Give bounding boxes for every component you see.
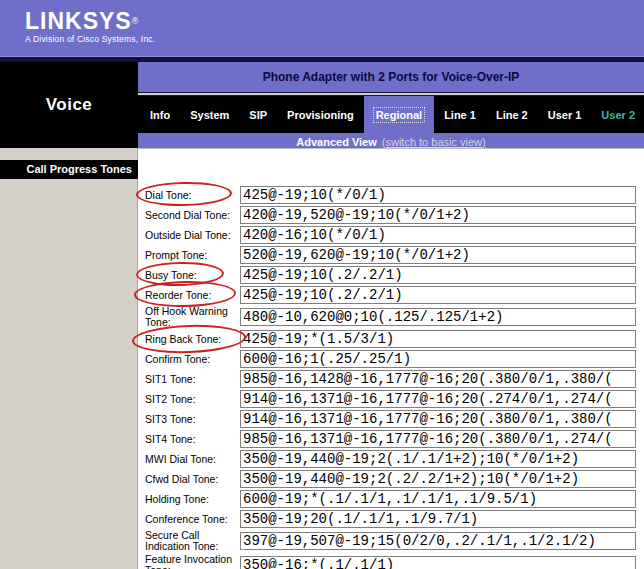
secure-call-indication-tone-input[interactable] bbox=[240, 532, 636, 550]
tone-label: Outside Dial Tone: bbox=[145, 230, 240, 241]
conference-tone-input[interactable] bbox=[240, 510, 636, 528]
feature-invocation-tone-input[interactable] bbox=[240, 556, 636, 569]
tone-row-conference: Conference Tone: bbox=[145, 509, 644, 529]
tab-info[interactable]: Info bbox=[140, 96, 180, 133]
tone-row-reorder: Reorder Tone: bbox=[145, 285, 644, 305]
tone-row-confirm: Confirm Tone: bbox=[145, 349, 644, 369]
tab-system[interactable]: System bbox=[180, 96, 239, 133]
tone-row-prompt: Prompt Tone: bbox=[145, 245, 644, 265]
sit3-tone-input[interactable] bbox=[240, 410, 636, 428]
tone-row-ring-back: Ring Back Tone: bbox=[145, 329, 644, 349]
tone-label: Cfwd Dial Tone: bbox=[145, 474, 240, 485]
tone-label: SIT4 Tone: bbox=[145, 434, 240, 445]
tone-row-second-dial: Second Dial Tone: bbox=[145, 205, 644, 225]
prompt-tone-input[interactable] bbox=[240, 246, 636, 264]
tone-row-secure-call-indication: Secure Call Indication Tone: bbox=[145, 529, 644, 553]
tone-label: Off Hook Warning Tone: bbox=[145, 306, 240, 328]
top-banner: LINKSYS® A Division of Cisco Systems, In… bbox=[0, 0, 644, 57]
call-progress-tones-header: Call Progress Tones bbox=[0, 160, 138, 179]
sit2-tone-input[interactable] bbox=[240, 390, 636, 408]
tone-label: Conference Tone: bbox=[145, 514, 240, 525]
tone-row-holding: Holding Tone: bbox=[145, 489, 644, 509]
tone-row-off-hook-warning: Off Hook Warning Tone: bbox=[145, 305, 644, 329]
registered-mark: ® bbox=[132, 16, 140, 26]
voice-section-label: Voice bbox=[46, 95, 93, 115]
tab-user-1[interactable]: User 1 bbox=[538, 96, 592, 133]
tab-sip[interactable]: SIP bbox=[239, 96, 277, 133]
sit1-tone-input[interactable] bbox=[240, 370, 636, 388]
tone-row-cfwd-dial: Cfwd Dial Tone: bbox=[145, 469, 644, 489]
linksys-logo: LINKSYS® A Division of Cisco Systems, In… bbox=[25, 9, 155, 44]
tone-row-sit3: SIT3 Tone: bbox=[145, 409, 644, 429]
sit4-tone-input[interactable] bbox=[240, 430, 636, 448]
voice-section-box: Voice bbox=[0, 62, 138, 148]
tone-label: SIT2 Tone: bbox=[145, 394, 240, 405]
tone-row-dial: Dial Tone: bbox=[145, 185, 644, 205]
advanced-view-label: Advanced View bbox=[296, 136, 377, 148]
tone-row-sit4: SIT4 Tone: bbox=[145, 429, 644, 449]
off-hook-warning-tone-input[interactable] bbox=[240, 308, 636, 326]
tone-label: SIT1 Tone: bbox=[145, 374, 240, 385]
tone-table: Dial Tone: Second Dial Tone: Outside Dia… bbox=[145, 185, 644, 569]
tone-label: Secure Call Indication Tone: bbox=[145, 530, 240, 552]
tone-row-outside-dial: Outside Dial Tone: bbox=[145, 225, 644, 245]
tone-label: Confirm Tone: bbox=[145, 354, 240, 365]
tone-label: Busy Tone: bbox=[145, 270, 240, 281]
content-area: Dial Tone: Second Dial Tone: Outside Dia… bbox=[138, 148, 644, 569]
tone-label: Second Dial Tone: bbox=[145, 210, 240, 221]
tone-row-mwi-dial: MWI Dial Tone: bbox=[145, 449, 644, 469]
tab-regional[interactable]: Regional bbox=[364, 96, 434, 133]
tone-label: Ring Back Tone: bbox=[145, 334, 240, 345]
tone-row-sit1: SIT1 Tone: bbox=[145, 369, 644, 389]
tone-label: MWI Dial Tone: bbox=[145, 454, 240, 465]
busy-tone-input[interactable] bbox=[240, 266, 636, 284]
logo-text: LINKSYS bbox=[25, 8, 132, 34]
tab-provisioning[interactable]: Provisioning bbox=[277, 96, 364, 133]
tone-label: SIT3 Tone: bbox=[145, 414, 240, 425]
left-sidebar bbox=[0, 148, 138, 569]
cfwd-dial-tone-input[interactable] bbox=[240, 470, 636, 488]
page: LINKSYS® A Division of Cisco Systems, In… bbox=[0, 0, 644, 569]
tone-row-sit2: SIT2 Tone: bbox=[145, 389, 644, 409]
tab-line-2[interactable]: Line 2 bbox=[486, 96, 538, 133]
page-title: Phone Adapter with 2 Ports for Voice-Ove… bbox=[263, 70, 520, 84]
switch-to-basic-view-link[interactable]: (switch to basic view) bbox=[382, 136, 486, 148]
tone-label: Dial Tone: bbox=[145, 190, 240, 201]
second-dial-tone-input[interactable] bbox=[240, 206, 636, 224]
tone-row-feature-invocation: Feature Invocation Tone: bbox=[145, 553, 644, 569]
tab-line-1[interactable]: Line 1 bbox=[434, 96, 486, 133]
tone-label: Prompt Tone: bbox=[145, 250, 240, 261]
tab-bar: Info System SIP Provisioning Regional Li… bbox=[138, 96, 644, 133]
tone-row-busy: Busy Tone: bbox=[145, 265, 644, 285]
mwi-dial-tone-input[interactable] bbox=[240, 450, 636, 468]
tab-user-2[interactable]: User 2 bbox=[591, 96, 644, 133]
tone-label: Feature Invocation Tone: bbox=[145, 554, 240, 569]
holding-tone-input[interactable] bbox=[240, 490, 636, 508]
outside-dial-tone-input[interactable] bbox=[240, 226, 636, 244]
confirm-tone-input[interactable] bbox=[240, 350, 636, 368]
tone-label: Reorder Tone: bbox=[145, 290, 240, 301]
dial-tone-input[interactable] bbox=[240, 186, 636, 204]
title-bar: Phone Adapter with 2 Ports for Voice-Ove… bbox=[138, 62, 644, 92]
tone-label: Holding Tone: bbox=[145, 494, 240, 505]
reorder-tone-input[interactable] bbox=[240, 286, 636, 304]
ring-back-tone-input[interactable] bbox=[240, 330, 636, 348]
cisco-tagline: A Division of Cisco Systems, Inc. bbox=[25, 34, 155, 44]
